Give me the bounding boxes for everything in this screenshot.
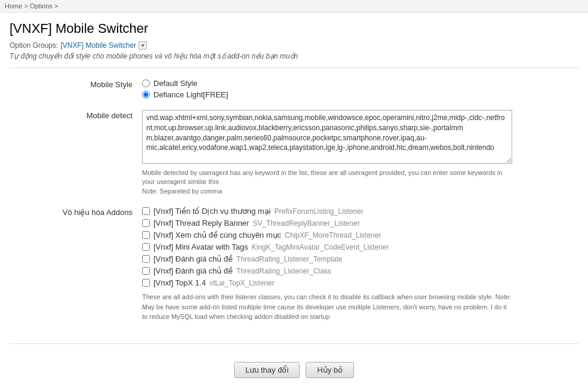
mobile-detect-hint: Mobile detected by useragent has any key… (142, 168, 512, 196)
addon-checkbox-6[interactable] (142, 279, 150, 287)
mobile-detect-textarea[interactable]: vnd.wap.xhtml+xml,sony,symbian,nokia,sam… (142, 110, 512, 164)
addon-class-2: ChipXF_MoreThread_Listener (285, 231, 381, 239)
mobile-detect-hint-line1: Mobile detected by useragent has any key… (142, 169, 503, 185)
disable-addons-row: Vô hiệu hóa Addons [Vnxf] Tiền tố Dịch v… (11, 207, 577, 322)
save-button[interactable]: Lưu thay đổi (234, 362, 300, 378)
mobile-detect-row: Mobile detect vnd.wap.xhtml+xml,sony,sym… (11, 110, 577, 196)
addon-checkbox-4[interactable] (142, 255, 150, 263)
addon-item-2[interactable]: [Vnxf] Xem chủ đề cùng chuyên mục ChipXF… (142, 231, 577, 239)
addon-item-4[interactable]: [Vnxf] Đánh giá chủ đề ThreadRating_List… (142, 254, 577, 263)
mobile-detect-control: vnd.wap.xhtml+xml,sony,symbian,nokia,sam… (142, 110, 577, 196)
page-content: [VNXF] Mobile Switcher Option Groups: [V… (0, 13, 588, 387)
breadcrumb-sep2: > (54, 2, 58, 10)
addon-class-0: PrefixForumListing_Listener (275, 207, 364, 216)
page-title: [VNXF] Mobile Switcher (10, 21, 578, 36)
radio-default-style[interactable]: Default Style (142, 79, 577, 88)
divider-bottom (10, 343, 578, 344)
addon-item-6[interactable]: [Vnxf] TopX 1.4 vtLai_TopX_Listener (142, 278, 577, 287)
addon-checkbox-3[interactable] (142, 243, 150, 251)
dropdown-arrow-icon[interactable]: ▾ (138, 41, 147, 50)
addon-class-3: KingK_TagMiniAvatar_CodeEvent_Listener (251, 243, 389, 251)
addon-note: These are all add-ons with their listene… (142, 292, 512, 322)
breadcrumb-sep1: > (24, 2, 27, 10)
addon-class-5: ThreadRating_Listener_Class (236, 267, 331, 275)
addon-class-4: ThreadRating_Listener_Template (236, 255, 342, 263)
radio-default-style-label: Default Style (153, 79, 198, 88)
radio-defiance-light[interactable]: Defiance Light[FREE] (142, 90, 577, 99)
addon-checkbox-1[interactable] (142, 219, 150, 227)
mobile-style-row: Mobile Style Default Style Defiance Ligh… (11, 79, 577, 99)
addon-name-5: [Vnxf] Đánh giá chủ đề (153, 266, 233, 275)
addon-name-3: [Vnxf] Mini Avatar with Tags (153, 242, 248, 251)
option-groups-label: Option Groups: (10, 41, 58, 50)
mobile-detect-label: Mobile detect (11, 110, 142, 120)
addon-name-4: [Vnxf] Đánh giá chủ đề (153, 254, 233, 263)
disable-addons-label: Vô hiệu hóa Addons (11, 207, 142, 217)
addon-item-1[interactable]: [Vnxf] Thread Reply Banner SV_ThreadRepl… (142, 219, 577, 228)
mobile-style-control: Default Style Defiance Light[FREE] (142, 79, 577, 99)
page-description: Tự động chuyển đổi style cho mobile phon… (10, 52, 578, 60)
form-actions: Lưu thay đổi Hủy bỏ (10, 354, 578, 383)
form-section: Mobile Style Default Style Defiance Ligh… (10, 78, 578, 334)
addon-name-6: [Vnxf] TopX 1.4 (153, 278, 206, 287)
mobile-detect-hint-line2: Note: Separeted by comma (142, 188, 222, 195)
mobile-style-radio-group: Default Style Defiance Light[FREE] (142, 79, 577, 99)
addon-list: [Vnxf] Tiền tố Dịch vụ thương mại Prefix… (142, 207, 577, 287)
addon-checkbox-0[interactable] (142, 207, 150, 215)
breadcrumb-options[interactable]: Options (30, 2, 53, 10)
addon-item-5[interactable]: [Vnxf] Đánh giá chủ đề ThreadRating_List… (142, 266, 577, 275)
breadcrumb-home[interactable]: Home (5, 2, 22, 10)
divider-top (10, 67, 578, 68)
addon-name-1: [Vnxf] Thread Reply Banner (153, 219, 249, 228)
addon-item-3[interactable]: [Vnxf] Mini Avatar with Tags KingK_TagMi… (142, 242, 577, 251)
disable-addons-control: [Vnxf] Tiền tố Dịch vụ thương mại Prefix… (142, 207, 577, 322)
radio-defiance-light-label: Defiance Light[FREE] (153, 90, 228, 99)
breadcrumb: Home > Options > (0, 0, 588, 13)
option-groups-link[interactable]: [VNXF] Mobile Switcher (60, 41, 136, 50)
addon-name-2: [Vnxf] Xem chủ đề cùng chuyên mục (153, 231, 281, 239)
addon-checkbox-2[interactable] (142, 231, 150, 239)
addon-class-6: vtLai_TopX_Listener (210, 279, 275, 287)
option-groups-row: Option Groups: [VNXF] Mobile Switcher ▾ (10, 41, 578, 50)
radio-default-style-input[interactable] (142, 79, 150, 87)
addon-checkbox-5[interactable] (142, 267, 150, 275)
addon-name-0: [Vnxf] Tiền tố Dịch vụ thương mại (153, 207, 271, 216)
addon-class-1: SV_ThreadReplyBanner_Listener (253, 219, 359, 228)
addon-item-0[interactable]: [Vnxf] Tiền tố Dịch vụ thương mại Prefix… (142, 207, 577, 216)
radio-defiance-light-input[interactable] (142, 91, 150, 99)
cancel-button[interactable]: Hủy bỏ (306, 362, 354, 378)
mobile-style-label: Mobile Style (11, 79, 142, 89)
